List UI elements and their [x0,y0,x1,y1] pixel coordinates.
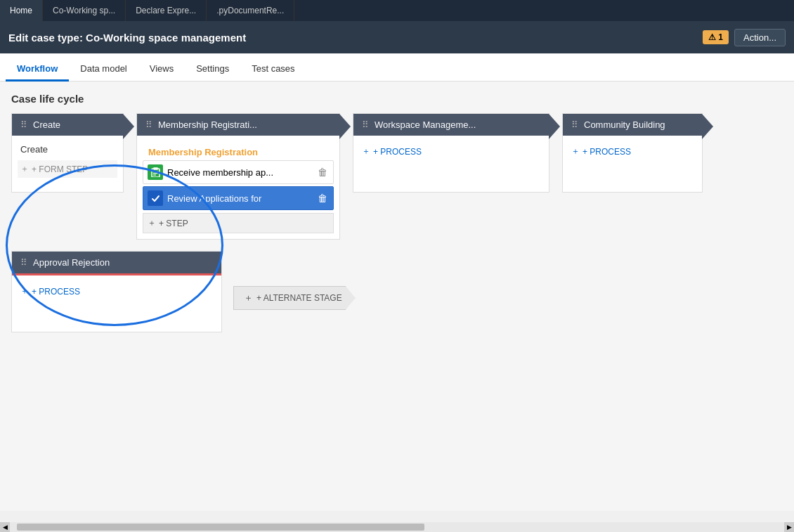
approval-stage-header: ⠿ Approval Rejection [12,252,221,275]
case-lifecycle-label: Case life cycle [11,93,783,105]
bottom-scrollbar: ◀ ▶ [0,522,794,532]
membership-sublabel: Membership Registration [143,141,334,160]
step-review-text: Review Applications for [167,193,312,204]
step-review-applications[interactable]: Review Applications for 🗑 [143,186,334,210]
alternate-stage-area: ＋ + ALTERNATE STAGE [233,286,356,310]
workspace-stage-body: ＋ + PROCESS [353,136,549,192]
drag-handle-create: ⠿ [20,119,27,130]
warning-badge[interactable]: ⚠ 1 [703,30,729,44]
membership-stage-header: ⠿ Membership Registrati... [137,114,339,136]
browser-tab-coworking[interactable]: Co-Working sp... [43,0,126,21]
bottom-row: ⠿ Approval Rejection ＋ + PROCESS ＋ + ALT… [11,251,783,332]
drag-handle-community: ⠿ [571,119,578,130]
header-title: Edit case type: Co-Working space managem… [8,32,246,44]
drag-handle-workspace: ⠿ [362,119,369,130]
approval-stage-label: Approval Rejection [33,257,110,268]
tab-workflow[interactable]: Workflow [6,58,69,82]
community-stage: ⠿ Community Building ＋ + PROCESS [562,113,703,193]
community-stage-body: ＋ + PROCESS [563,136,702,192]
nav-tabs: Workflow Data model Views Settings Test … [0,53,794,82]
create-stage-body: Create ＋ + FORM STEP [12,136,123,192]
step-receive-text: Receive membership ap... [167,167,312,178]
approval-stage: ⠿ Approval Rejection ＋ + PROCESS [11,251,222,332]
main-content: Case life cycle ⠿ Create Create ＋ + FORM… [0,82,794,511]
create-stage-label: Create [33,119,60,130]
scroll-right-btn[interactable]: ▶ [784,522,794,532]
create-stage: ⠿ Create Create ＋ + FORM STEP [11,113,124,193]
delete-review-btn[interactable]: 🗑 [316,191,329,205]
workspace-stage-label: Workspace Manageme... [375,119,476,130]
tab-data-model[interactable]: Data model [69,58,138,82]
step-clipboard-icon [148,164,163,180]
scroll-handle[interactable] [17,524,424,531]
browser-tab-pydoc[interactable]: .pyDocumentRe... [207,0,294,21]
approval-stage-body: ＋ + PROCESS [12,275,221,332]
community-stage-label: Community Building [584,119,665,130]
workspace-stage-header: ⠿ Workspace Manageme... [353,114,549,136]
action-button[interactable]: Action... [734,29,786,46]
scroll-left-btn[interactable]: ◀ [0,522,10,532]
tab-settings[interactable]: Settings [185,58,240,82]
step-receive-membership[interactable]: Receive membership ap... 🗑 [143,160,334,184]
add-form-step-btn[interactable]: ＋ + FORM STEP [18,160,117,178]
approval-process-btn[interactable]: ＋ + PROCESS [18,281,216,301]
browser-tab-declare[interactable]: Declare Expre... [126,0,207,21]
create-item: Create [18,141,117,157]
workspace-stage: ⠿ Workspace Manageme... ＋ + PROCESS [353,113,549,193]
community-stage-header: ⠿ Community Building [563,114,702,136]
tab-views[interactable]: Views [138,58,185,82]
delete-receive-btn[interactable]: 🗑 [316,165,329,179]
membership-stage-label: Membership Registrati... [158,119,257,130]
drag-handle-approval: ⠿ [20,257,27,268]
membership-stage-body: Membership Registration [137,136,339,239]
create-stage-header: ⠿ Create [12,114,123,136]
add-step-btn[interactable]: ＋ + STEP [143,213,334,233]
browser-tab-home[interactable]: Home [0,0,43,21]
tab-test-cases[interactable]: Test cases [240,58,306,82]
scroll-track [10,522,784,532]
stages-row: ⠿ Create Create ＋ + FORM STEP ⠿ Membersh… [11,113,783,240]
alternate-stage-btn[interactable]: ＋ + ALTERNATE STAGE [233,286,356,310]
workspace-process-btn[interactable]: ＋ + PROCESS [359,141,543,162]
header-right: ⚠ 1 Action... [703,29,786,46]
svg-rect-1 [153,168,157,170]
browser-tabs: Home Co-Working sp... Declare Expre... .… [0,0,794,21]
step-check-icon [148,190,163,206]
app-header: Edit case type: Co-Working space managem… [0,21,794,53]
community-process-btn[interactable]: ＋ + PROCESS [568,141,696,162]
membership-stage: ⠿ Membership Registrati... Membership Re… [136,113,340,240]
drag-handle-membership: ⠿ [145,119,152,130]
